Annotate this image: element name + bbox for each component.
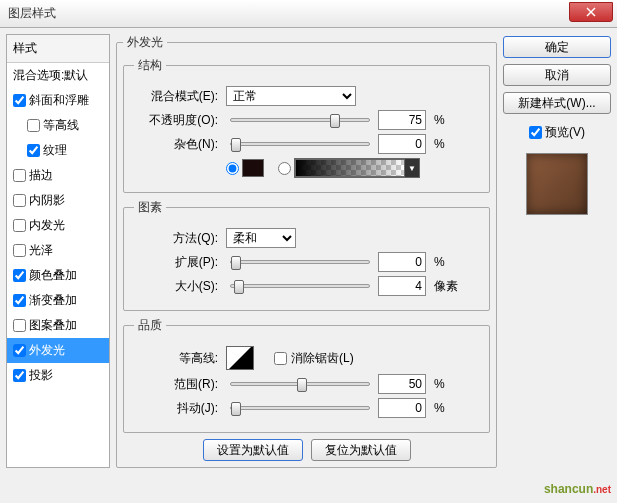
spread-label: 扩展(P): [134,254,222,271]
sidebar-item-0[interactable]: 斜面和浮雕 [7,88,109,113]
preview-thumbnail [526,153,588,215]
spread-input[interactable] [378,252,426,272]
size-input[interactable] [378,276,426,296]
sidebar-item-10[interactable]: 外发光 [7,338,109,363]
titlebar: 图层样式 [0,0,617,28]
sidebar-checkbox-8[interactable] [13,294,26,307]
sidebar-checkbox-0[interactable] [13,94,26,107]
size-label: 大小(S): [134,278,222,295]
antialias-checkbox[interactable] [274,352,287,365]
sidebar-item-9[interactable]: 图案叠加 [7,313,109,338]
spread-slider[interactable] [230,260,370,264]
jitter-slider[interactable] [230,406,370,410]
jitter-label: 抖动(J): [134,400,222,417]
color-swatch[interactable] [242,159,264,177]
sidebar-item-2[interactable]: 纹理 [7,138,109,163]
sidebar-item-4[interactable]: 内阴影 [7,188,109,213]
styles-sidebar: 样式 混合选项:默认 斜面和浮雕等高线纹理描边内阴影内发光光泽颜色叠加渐变叠加图… [6,34,110,468]
structure-group: 结构 混合模式(E): 正常 不透明度(O): % 杂色(N): % [123,57,490,193]
noise-slider[interactable] [230,142,370,146]
opacity-slider[interactable] [230,118,370,122]
new-style-button[interactable]: 新建样式(W)... [503,92,611,114]
sidebar-checkbox-9[interactable] [13,319,26,332]
chevron-down-icon[interactable]: ▼ [405,159,419,177]
size-slider[interactable] [230,284,370,288]
technique-label: 方法(Q): [134,230,222,247]
sidebar-item-11[interactable]: 投影 [7,363,109,388]
ok-button[interactable]: 确定 [503,36,611,58]
elements-group: 图素 方法(Q): 柔和 扩展(P): % 大小(S): 像素 [123,199,490,311]
sidebar-checkbox-1[interactable] [27,119,40,132]
sidebar-checkbox-6[interactable] [13,244,26,257]
range-label: 范围(R): [134,376,222,393]
range-slider[interactable] [230,382,370,386]
contour-picker[interactable] [226,346,254,370]
quality-group: 品质 等高线: 消除锯齿(L) 范围(R): % 抖动(J): [123,317,490,433]
sidebar-checkbox-7[interactable] [13,269,26,282]
jitter-input[interactable] [378,398,426,418]
opacity-label: 不透明度(O): [134,112,222,129]
gradient-radio[interactable] [278,162,291,175]
antialias-label: 消除锯齿(L) [291,350,354,367]
sidebar-checkbox-11[interactable] [13,369,26,382]
sidebar-item-1[interactable]: 等高线 [7,113,109,138]
outer-glow-panel: 外发光 结构 混合模式(E): 正常 不透明度(O): % 杂色(N): [116,34,497,468]
gradient-picker[interactable]: ▼ [294,158,420,178]
window-title: 图层样式 [8,5,56,22]
set-default-button[interactable]: 设置为默认值 [203,439,303,461]
range-input[interactable] [378,374,426,394]
sidebar-header: 样式 [7,35,109,63]
opacity-input[interactable] [378,110,426,130]
color-radio[interactable] [226,162,239,175]
watermark: shancun.net [544,479,611,497]
close-button[interactable] [569,2,613,22]
sidebar-item-7[interactable]: 颜色叠加 [7,263,109,288]
close-icon [586,7,596,17]
sidebar-item-8[interactable]: 渐变叠加 [7,288,109,313]
sidebar-checkbox-4[interactable] [13,194,26,207]
contour-label: 等高线: [134,350,222,367]
preview-checkbox[interactable] [529,126,542,139]
noise-label: 杂色(N): [134,136,222,153]
blend-mode-select[interactable]: 正常 [226,86,356,106]
technique-select[interactable]: 柔和 [226,228,296,248]
cancel-button[interactable]: 取消 [503,64,611,86]
sidebar-checkbox-10[interactable] [13,344,26,357]
sidebar-item-5[interactable]: 内发光 [7,213,109,238]
sidebar-checkbox-2[interactable] [27,144,40,157]
sidebar-checkbox-3[interactable] [13,169,26,182]
blend-options-item[interactable]: 混合选项:默认 [7,63,109,88]
reset-default-button[interactable]: 复位为默认值 [311,439,411,461]
noise-input[interactable] [378,134,426,154]
sidebar-item-6[interactable]: 光泽 [7,238,109,263]
preview-label: 预览(V) [545,124,585,141]
panel-title: 外发光 [123,34,167,51]
blend-mode-label: 混合模式(E): [134,88,222,105]
sidebar-checkbox-5[interactable] [13,219,26,232]
sidebar-item-3[interactable]: 描边 [7,163,109,188]
